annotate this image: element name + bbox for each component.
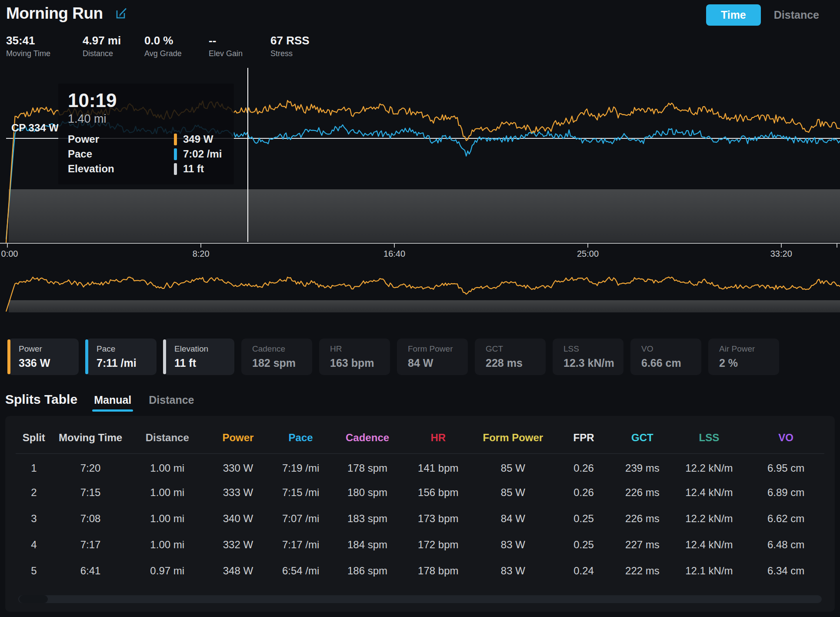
top-bar: Morning Run Time Distance bbox=[0, 0, 840, 31]
split-cell: 239 ms bbox=[614, 453, 670, 480]
overview-elevation-band bbox=[9, 300, 840, 312]
metric-label: Air Power bbox=[719, 344, 779, 354]
metric-value: 336 W bbox=[19, 357, 79, 369]
split-cell: 7:19 /mi bbox=[270, 453, 331, 480]
split-row-5: 56:410.97 mi348 W6:54 /mi186 spm178 bpm8… bbox=[16, 558, 824, 584]
metric-card-power[interactable]: Power336 W bbox=[8, 339, 79, 375]
split-cell: 340 W bbox=[206, 506, 270, 532]
x-tick-label: 8:20 bbox=[193, 249, 210, 259]
page-title: Morning Run bbox=[6, 4, 103, 23]
split-row-4: 47:171.00 mi332 W7:17 /mi184 spm172 bpm8… bbox=[16, 532, 824, 558]
split-cell: 0.97 mi bbox=[129, 558, 206, 584]
x-axis-labels: 0:008:2016:4025:0033:20 bbox=[0, 249, 840, 262]
split-cell: 6.48 cm bbox=[747, 532, 824, 558]
table-scrollbar-thumb[interactable] bbox=[19, 595, 48, 603]
split-cell: 173 bpm bbox=[404, 506, 473, 532]
split-cell: 83 W bbox=[473, 532, 553, 558]
tooltip-row-value: 349 W bbox=[183, 133, 213, 145]
stat-label: Avg Grade bbox=[144, 49, 182, 58]
split-cell: 83 W bbox=[473, 558, 553, 584]
tooltip-time: 10:19 bbox=[68, 91, 224, 111]
summary-stats: 35:41Moving Time4.97 miDistance0.0 %Avg … bbox=[0, 34, 840, 60]
tooltip-row-pace: Pace7:02 /mi bbox=[68, 147, 224, 161]
metric-value: 7:11 /mi bbox=[97, 357, 157, 369]
split-cell: 6.89 cm bbox=[747, 480, 824, 506]
tooltip-row-elevation: Elevation11 ft bbox=[68, 161, 224, 176]
column-header-pace: Pace bbox=[270, 416, 331, 453]
metric-card-gct[interactable]: GCT228 ms bbox=[475, 339, 546, 375]
metric-value: 163 bpm bbox=[330, 357, 390, 369]
edit-title-icon[interactable] bbox=[114, 7, 128, 20]
split-cell: 12.4 kN/m bbox=[671, 480, 748, 506]
metric-value: 12.3 kN/m bbox=[563, 357, 623, 369]
column-header-fpr: FPR bbox=[553, 416, 614, 453]
metric-card-air-power[interactable]: Air Power2 % bbox=[708, 339, 779, 375]
split-cell: 226 ms bbox=[614, 480, 670, 506]
metric-value: 182 spm bbox=[252, 357, 312, 369]
overview-chart[interactable] bbox=[0, 267, 840, 314]
stat-value: 4.97 mi bbox=[83, 34, 121, 47]
split-cell: 1.00 mi bbox=[129, 453, 206, 480]
split-cell: 330 W bbox=[206, 453, 270, 480]
metric-card-form-power[interactable]: Form Power84 W bbox=[397, 339, 468, 375]
stat-value: 0.0 % bbox=[144, 34, 182, 47]
metric-card-hr[interactable]: HR163 bpm bbox=[319, 339, 390, 375]
stat-label: Moving Time bbox=[6, 49, 50, 58]
series-color-bar bbox=[174, 163, 177, 175]
metric-card-pace[interactable]: Pace7:11 /mi bbox=[86, 339, 157, 375]
split-row-1: 17:201.00 mi330 W7:19 /mi178 spm141 bpm8… bbox=[16, 453, 824, 480]
metric-card-lss[interactable]: LSS12.3 kN/m bbox=[553, 339, 623, 375]
split-cell: 222 ms bbox=[614, 558, 670, 584]
metric-value: 84 W bbox=[408, 357, 468, 369]
column-header-cadence: Cadence bbox=[331, 416, 403, 453]
column-header-power: Power bbox=[206, 416, 270, 453]
metric-value: 228 ms bbox=[486, 357, 546, 369]
x-tick-label: 16:40 bbox=[383, 249, 405, 259]
split-cell: 227 ms bbox=[614, 532, 670, 558]
splits-tab-distance[interactable]: Distance bbox=[149, 394, 194, 411]
metric-label: VO bbox=[641, 344, 701, 354]
metric-label: HR bbox=[330, 344, 390, 354]
tooltip-row-value: 11 ft bbox=[183, 163, 204, 175]
elevation-band bbox=[9, 189, 840, 242]
metric-label: Cadence bbox=[252, 344, 312, 354]
split-cell: 84 W bbox=[473, 506, 553, 532]
cp-line-label: CP 334 W bbox=[11, 122, 59, 134]
x-tick-label: 25:00 bbox=[577, 249, 599, 259]
split-cell: 0.25 bbox=[553, 506, 614, 532]
split-cell: 172 bpm bbox=[404, 532, 473, 558]
split-cell: 6.34 cm bbox=[747, 558, 824, 584]
split-cell: 333 W bbox=[206, 480, 270, 506]
split-cell: 0.25 bbox=[553, 532, 614, 558]
splits-table: SplitMoving TimeDistancePowerPaceCadence… bbox=[16, 416, 824, 584]
splits-tab-manual[interactable]: Manual bbox=[94, 394, 131, 411]
toggle-distance-button[interactable]: Distance bbox=[771, 4, 822, 26]
split-cell: 6:54 /mi bbox=[270, 558, 331, 584]
table-scrollbar-track[interactable] bbox=[18, 595, 822, 603]
main-chart[interactable]: CP 334 W 10:19 1.40 mi Power349 WPace7:0… bbox=[0, 65, 840, 265]
split-cell: 348 W bbox=[206, 558, 270, 584]
split-cell: 6:41 bbox=[52, 558, 129, 584]
stat-label: Distance bbox=[83, 49, 121, 58]
split-cell: 0.26 bbox=[553, 453, 614, 480]
column-header-distance: Distance bbox=[129, 416, 206, 453]
split-cell: 7:07 /mi bbox=[270, 506, 331, 532]
split-cell: 180 spm bbox=[331, 480, 403, 506]
metric-label: Elevation bbox=[174, 344, 234, 354]
metric-card-cadence[interactable]: Cadence182 spm bbox=[241, 339, 312, 375]
split-cell: 156 bpm bbox=[404, 480, 473, 506]
stat-value: -- bbox=[209, 34, 243, 47]
tooltip-row-power: Power349 W bbox=[68, 132, 224, 147]
split-cell: 1 bbox=[16, 453, 52, 480]
split-cell: 178 spm bbox=[331, 453, 403, 480]
split-cell: 85 W bbox=[473, 480, 553, 506]
metric-card-vo[interactable]: VO6.66 cm bbox=[630, 339, 701, 375]
column-header-form-power: Form Power bbox=[473, 416, 553, 453]
column-header-moving-time: Moving Time bbox=[52, 416, 129, 453]
splits-table-card: SplitMoving TimeDistancePowerPaceCadence… bbox=[5, 416, 835, 612]
metric-value: 11 ft bbox=[174, 357, 234, 369]
toggle-time-button[interactable]: Time bbox=[706, 4, 761, 26]
metric-card-elevation[interactable]: Elevation11 ft bbox=[163, 339, 234, 375]
x-tick-label: 0:00 bbox=[1, 249, 18, 259]
split-cell: 3 bbox=[16, 506, 52, 532]
